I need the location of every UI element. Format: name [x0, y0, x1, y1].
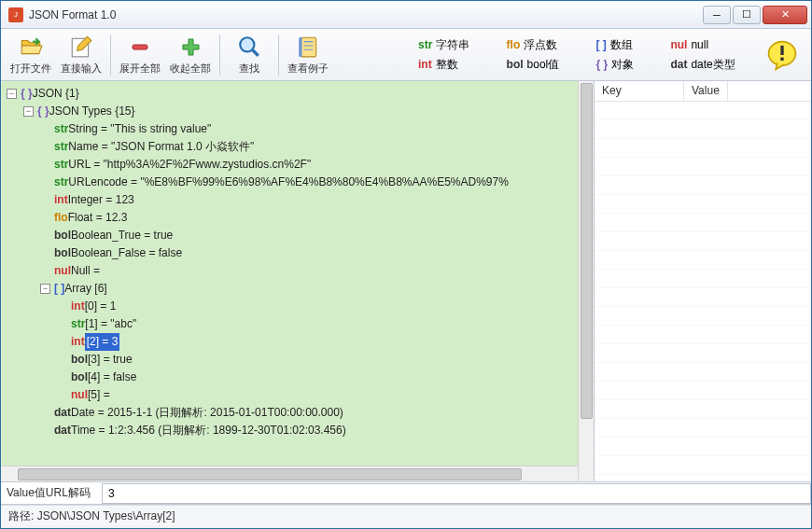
tree-node-text: Float = 12.3: [68, 209, 128, 227]
tree-row[interactable]: int Integer = 123: [7, 191, 594, 209]
direct-input-label: 直接输入: [61, 62, 102, 76]
tree-node-text: Null =: [71, 262, 100, 280]
folder-open-icon: [18, 34, 44, 60]
tree-node-text: [4] = false: [88, 369, 136, 386]
tree-node-text: URLencode = "%E8%BF%99%E6%98%AF%E4%B8%80…: [68, 174, 509, 191]
plus-icon: [177, 34, 203, 60]
statusbar: 路径: JSON\JSON Types\Array[2]: [1, 505, 811, 526]
find-label: 查找: [239, 62, 259, 76]
tree-row[interactable]: −{ } JSON {1}: [7, 85, 594, 103]
collapse-all-button[interactable]: 收起全部: [166, 32, 215, 78]
view-example-button[interactable]: 查看例子: [284, 32, 332, 78]
tree-toggle-icon[interactable]: −: [7, 89, 17, 99]
legend-dat: datdate类型: [670, 57, 755, 73]
tree-node-text: JSON Types {15}: [49, 103, 135, 120]
tree-node-text: Boolean_False = false: [71, 244, 182, 262]
tree-row[interactable]: str URLencode = "%E8%BF%99%E6%98%AF%E4%B…: [7, 174, 594, 191]
type-tag: bol: [71, 351, 88, 369]
svg-rect-6: [780, 45, 783, 54]
tree-row[interactable]: str URL = "http%3A%2F%2Fwww.zystudios.cn…: [7, 156, 594, 174]
type-tag: nul: [54, 262, 71, 280]
tree-row[interactable]: str [1] = "abc": [7, 315, 594, 333]
tree-row[interactable]: dat Date = 2015-1-1 (日期解析: 2015-01-01T00…: [7, 404, 594, 422]
tree-row[interactable]: bol Boolean_False = false: [7, 244, 594, 262]
tree-row[interactable]: bol [4] = false: [7, 369, 594, 386]
direct-input-button[interactable]: 直接输入: [57, 32, 105, 78]
type-tag: { }: [37, 103, 49, 120]
type-tag: str: [54, 138, 68, 156]
tree-row[interactable]: −[ ] Array [6]: [7, 280, 594, 298]
tree-row[interactable]: int [0] = 1: [7, 298, 594, 315]
legend-flo: flo浮点数: [507, 37, 580, 53]
legend-obj: { }对象: [595, 57, 653, 73]
key-column-header[interactable]: Key: [595, 81, 684, 101]
svg-rect-1: [133, 45, 147, 49]
type-tag: bol: [71, 369, 88, 386]
tree-row[interactable]: str String = "This is string value": [7, 120, 594, 138]
tree-row[interactable]: flo Float = 12.3: [7, 209, 594, 227]
type-tag: int: [54, 191, 68, 209]
tree-node-text: [1] = "abc": [85, 315, 136, 333]
type-tag: nul: [71, 386, 88, 404]
tree-node-text: JSON {1}: [33, 85, 79, 103]
app-icon: J: [8, 7, 23, 22]
value-column-header[interactable]: Value: [684, 81, 728, 101]
tree-row[interactable]: nul Null =: [7, 262, 594, 280]
type-tag: dat: [54, 404, 71, 422]
open-file-button[interactable]: 打开文件: [7, 32, 55, 78]
tree-node-text: Date = 2015-1-1 (日期解析: 2015-01-01T00:00:…: [71, 404, 343, 422]
value-decode-input[interactable]: [102, 483, 811, 504]
find-button[interactable]: 查找: [225, 32, 273, 78]
toolbar-separator: [110, 35, 111, 76]
tree-row[interactable]: str Name = "JSON Format 1.0 小焱软件": [7, 138, 594, 156]
tree-node-text: Boolean_True = true: [71, 227, 173, 244]
warning-icon[interactable]: [766, 39, 798, 71]
expand-all-button[interactable]: 展开全部: [116, 32, 164, 78]
toolbar: 打开文件 直接输入 展开全部 收起全部 查找 查看例子 str字符串 flo浮点…: [1, 29, 811, 81]
tree-row[interactable]: bol [3] = true: [7, 351, 594, 369]
svg-rect-4: [299, 37, 301, 57]
tree-row[interactable]: −{ } JSON Types {15}: [7, 103, 594, 120]
tree-panel: −{ } JSON {1}−{ } JSON Types {15}str Str…: [1, 81, 595, 481]
toolbar-separator: [219, 35, 220, 76]
tree-row[interactable]: int [2] = 3: [7, 333, 594, 351]
tree-row[interactable]: bol Boolean_True = true: [7, 227, 594, 244]
vertical-scrollbar[interactable]: [578, 81, 594, 481]
titlebar: J JSON Format 1.0 ─ ☐ ✕: [1, 1, 811, 29]
type-tag: { }: [21, 85, 33, 103]
type-tag: str: [54, 156, 68, 174]
json-tree[interactable]: −{ } JSON {1}−{ } JSON Types {15}str Str…: [1, 81, 594, 466]
type-tag: bol: [54, 244, 71, 262]
type-tag: bol: [54, 227, 71, 244]
window-title: JSON Format 1.0: [29, 8, 701, 21]
tree-toggle-icon[interactable]: −: [40, 284, 50, 294]
maximize-button[interactable]: ☐: [733, 6, 761, 24]
legend-str: str字符串: [418, 37, 490, 53]
type-tag: dat: [54, 422, 71, 439]
tree-row[interactable]: nul [5] =: [7, 386, 594, 404]
tree-node-text: [2] = 3: [85, 333, 120, 351]
tree-node-text: String = "This is string value": [68, 120, 211, 138]
close-button[interactable]: ✕: [763, 6, 807, 24]
kv-body[interactable]: [595, 102, 811, 481]
tree-row[interactable]: dat Time = 1:2:3.456 (日期解析: 1899-12-30T0…: [7, 422, 594, 439]
horizontal-scrollbar[interactable]: [1, 466, 578, 481]
type-tag: [ ]: [54, 280, 64, 298]
type-tag: str: [54, 120, 68, 138]
legend-int: int整数: [418, 57, 490, 73]
tree-node-text: [5] =: [88, 386, 110, 404]
pencil-icon: [68, 34, 94, 60]
kv-header: Key Value: [595, 81, 811, 102]
type-tag: str: [71, 315, 85, 333]
tree-node-text: Time = 1:2:3.456 (日期解析: 1899-12-30T01:02…: [71, 422, 346, 439]
svg-point-2: [240, 37, 254, 51]
scroll-thumb[interactable]: [18, 468, 522, 480]
tree-toggle-icon[interactable]: −: [23, 106, 34, 117]
minimize-button[interactable]: ─: [703, 6, 731, 24]
scroll-thumb[interactable]: [581, 83, 593, 419]
open-file-label: 打开文件: [10, 62, 51, 76]
legend-bol: bolbool值: [507, 57, 580, 73]
window-controls: ─ ☐ ✕: [701, 6, 807, 24]
notebook-icon: [295, 34, 321, 60]
type-tag: flo: [54, 209, 68, 227]
